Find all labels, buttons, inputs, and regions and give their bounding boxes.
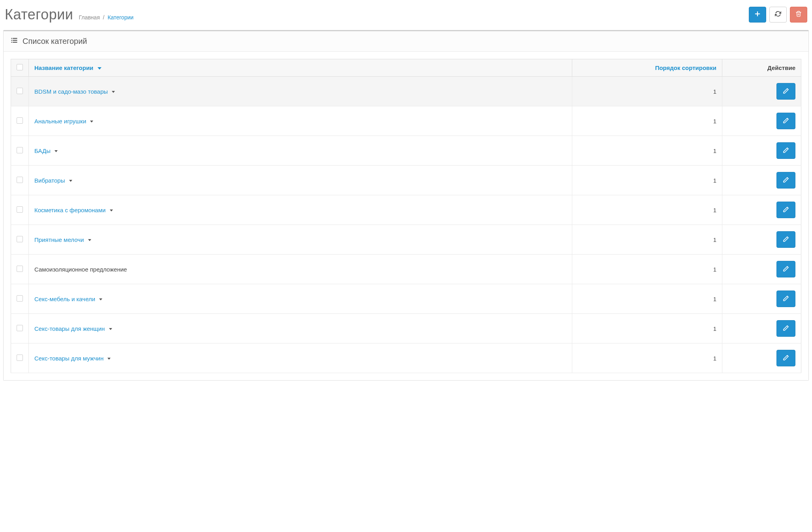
row-name-cell: Секс-товары для мужчин	[29, 343, 572, 373]
category-name: Самоизоляционное предложение	[34, 266, 127, 273]
row-checkbox[interactable]	[17, 355, 23, 361]
pencil-icon	[783, 177, 789, 184]
edit-button[interactable]	[776, 291, 795, 307]
row-checkbox-cell	[11, 255, 29, 284]
category-link[interactable]: Секс-мебель и качели	[34, 296, 95, 302]
svg-rect-5	[13, 40, 17, 41]
page-header: Категории Главная / Категории	[3, 4, 809, 30]
edit-button[interactable]	[776, 172, 795, 189]
edit-button[interactable]	[776, 142, 795, 159]
col-sort-label: Порядок сортировки	[655, 64, 716, 71]
select-all-checkbox[interactable]	[17, 64, 23, 70]
category-link[interactable]: BDSM и садо-мазо товары	[34, 88, 108, 95]
pencil-icon	[783, 295, 789, 303]
row-checkbox[interactable]	[17, 325, 23, 331]
category-link[interactable]: Секс-товары для женщин	[34, 325, 105, 332]
edit-button[interactable]	[776, 113, 795, 129]
row-name-cell: BDSM и садо-мазо товары	[29, 77, 572, 106]
category-link[interactable]: Приятные мелочи	[34, 236, 84, 243]
edit-button[interactable]	[776, 202, 795, 218]
col-header-name[interactable]: Название категории	[29, 59, 572, 77]
col-header-action: Действие	[722, 59, 801, 77]
table-row: Анальные игрушки 1	[11, 106, 801, 136]
page-actions	[749, 7, 807, 23]
row-name-cell: Косметика с феромонами	[29, 195, 572, 225]
edit-button[interactable]	[776, 261, 795, 277]
list-icon	[11, 37, 18, 46]
row-checkbox-cell	[11, 77, 29, 106]
table-row: BDSM и садо-мазо товары 1	[11, 77, 801, 106]
breadcrumb-home[interactable]: Главная	[79, 14, 100, 21]
edit-button[interactable]	[776, 350, 795, 366]
row-name-cell: Вибраторы	[29, 166, 572, 195]
row-checkbox[interactable]	[17, 266, 23, 272]
category-link[interactable]: БАДы	[34, 147, 51, 154]
caret-down-icon[interactable]	[109, 328, 112, 330]
table-row: Секс-товары для женщин 1	[11, 314, 801, 343]
row-checkbox[interactable]	[17, 147, 23, 153]
refresh-button[interactable]	[769, 7, 787, 23]
row-checkbox-cell	[11, 106, 29, 136]
row-sort-cell: 1	[572, 314, 722, 343]
caret-down-icon[interactable]	[90, 121, 93, 123]
table-row: Приятные мелочи 1	[11, 225, 801, 255]
row-action-cell	[722, 255, 801, 284]
categories-table: Название категории Порядок сортировки Де…	[11, 59, 801, 373]
breadcrumb-current[interactable]: Категории	[107, 14, 133, 21]
panel: Список категорий Название категории Поря	[3, 30, 809, 381]
row-checkbox[interactable]	[17, 236, 23, 242]
pencil-icon	[783, 355, 789, 362]
row-checkbox[interactable]	[17, 206, 23, 213]
caret-down-icon[interactable]	[112, 91, 115, 93]
pencil-icon	[783, 236, 789, 243]
row-checkbox[interactable]	[17, 117, 23, 124]
category-link[interactable]: Секс-товары для мужчин	[34, 355, 103, 362]
caret-down-icon[interactable]	[110, 209, 113, 211]
row-checkbox-cell	[11, 166, 29, 195]
pencil-icon	[783, 266, 789, 273]
table-row: Самоизоляционное предложение1	[11, 255, 801, 284]
row-checkbox[interactable]	[17, 88, 23, 94]
row-action-cell	[722, 106, 801, 136]
row-name-cell: Приятные мелочи	[29, 225, 572, 255]
row-name-cell: БАДы	[29, 136, 572, 166]
row-checkbox-cell	[11, 136, 29, 166]
edit-button[interactable]	[776, 83, 795, 100]
category-link[interactable]: Анальные игрушки	[34, 118, 86, 125]
pencil-icon	[783, 206, 789, 214]
category-link[interactable]: Вибраторы	[34, 177, 65, 184]
row-sort-cell: 1	[572, 225, 722, 255]
row-checkbox-cell	[11, 195, 29, 225]
row-action-cell	[722, 136, 801, 166]
col-header-sort[interactable]: Порядок сортировки	[572, 59, 722, 77]
caret-down-icon[interactable]	[99, 298, 102, 300]
row-sort-cell: 1	[572, 77, 722, 106]
edit-button[interactable]	[776, 320, 795, 337]
caret-down-icon[interactable]	[107, 358, 111, 360]
row-checkbox[interactable]	[17, 177, 23, 183]
row-sort-cell: 1	[572, 255, 722, 284]
row-action-cell	[722, 77, 801, 106]
col-name-label: Название категории	[34, 64, 93, 71]
row-sort-cell: 1	[572, 195, 722, 225]
refresh-icon	[775, 11, 781, 19]
svg-rect-3	[13, 38, 17, 39]
caret-down-icon[interactable]	[88, 239, 91, 241]
row-action-cell	[722, 166, 801, 195]
row-checkbox-cell	[11, 314, 29, 343]
category-link[interactable]: Косметика с феромонами	[34, 207, 105, 213]
caret-down-icon[interactable]	[55, 150, 58, 152]
panel-heading: Список категорий	[4, 31, 808, 52]
add-button[interactable]	[749, 7, 766, 23]
row-action-cell	[722, 314, 801, 343]
row-sort-cell: 1	[572, 284, 722, 314]
breadcrumb-separator: /	[103, 14, 105, 21]
svg-rect-2	[11, 38, 12, 39]
svg-rect-7	[13, 42, 17, 43]
edit-button[interactable]	[776, 231, 795, 248]
table-row: Вибраторы 1	[11, 166, 801, 195]
caret-down-icon[interactable]	[69, 180, 72, 182]
delete-button[interactable]	[790, 7, 807, 23]
row-checkbox[interactable]	[17, 295, 23, 302]
row-sort-cell: 1	[572, 166, 722, 195]
